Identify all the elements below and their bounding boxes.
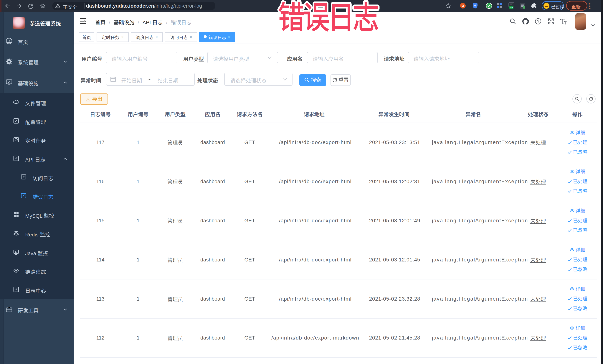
svg-text:on: on bbox=[510, 6, 513, 9]
svg-text:错误日志: 错误日志 bbox=[278, 0, 378, 35]
